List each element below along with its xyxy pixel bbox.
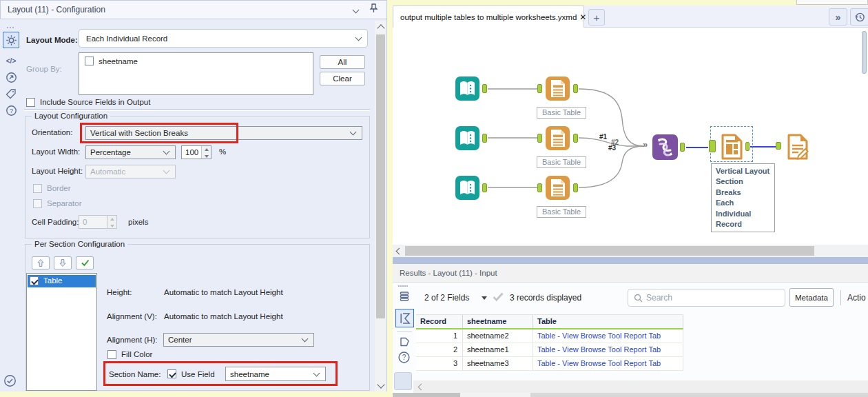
output-anchor[interactable] bbox=[482, 134, 487, 143]
help-icon[interactable]: ? bbox=[3, 102, 19, 119]
table-config-icon[interactable] bbox=[397, 289, 411, 303]
layout-mode-select[interactable]: Each Individual Record bbox=[79, 29, 368, 48]
column-header-sheetname[interactable]: sheetname bbox=[463, 315, 533, 328]
panel-splitter[interactable] bbox=[393, 257, 868, 264]
move-down-button[interactable] bbox=[54, 256, 72, 269]
collapse-chevron-icon[interactable] bbox=[353, 8, 358, 12]
input-data-tool-2[interactable] bbox=[455, 125, 480, 154]
output-anchor[interactable] bbox=[482, 84, 487, 93]
input-data-tool-3[interactable] bbox=[455, 175, 480, 203]
table-row[interactable]: 1 sheetname2 Table - View Browse Tool Re… bbox=[416, 329, 683, 343]
multi-input-icon: » bbox=[643, 139, 647, 150]
table-link[interactable]: Table - View Browse Tool Report Tab bbox=[533, 357, 683, 370]
all-button[interactable]: All bbox=[320, 55, 365, 69]
history-button[interactable] bbox=[850, 8, 868, 26]
canvas-hscroll-left[interactable] bbox=[393, 245, 404, 257]
grid-header-row[interactable]: Record sheetname Table bbox=[416, 314, 683, 329]
results-grid[interactable]: Record sheetname Table 1 sheetname2 Tabl… bbox=[416, 314, 683, 371]
clear-button[interactable]: Clear bbox=[320, 72, 365, 85]
basic-table-tool-2[interactable] bbox=[545, 125, 570, 154]
config-scroll-up[interactable] bbox=[375, 21, 386, 32]
apply-check-icon[interactable] bbox=[1, 372, 18, 389]
output-anchor[interactable] bbox=[573, 183, 578, 192]
new-tab-button[interactable]: + bbox=[588, 9, 605, 26]
column-header-record[interactable]: Record bbox=[416, 315, 463, 328]
section-item-checkbox[interactable] bbox=[30, 276, 39, 285]
layout-width-stepper[interactable]: 100 bbox=[181, 145, 211, 159]
column-header-table[interactable]: Table bbox=[533, 315, 683, 328]
fill-color-checkbox[interactable] bbox=[107, 350, 116, 359]
table-link[interactable]: Table - View Browse Tool Report Tab bbox=[533, 329, 683, 343]
layout-height-label: Layout Height: bbox=[32, 167, 83, 175]
pin-icon[interactable] bbox=[369, 3, 378, 16]
data-view-icon[interactable] bbox=[395, 309, 414, 327]
search-input[interactable] bbox=[646, 293, 785, 303]
canvas-vscroll-thumb[interactable] bbox=[862, 31, 867, 74]
table-row[interactable]: 3 sheetname3 Table - View Browse Tool Re… bbox=[416, 357, 683, 371]
include-source-checkbox[interactable] bbox=[26, 98, 35, 107]
group-by-item-checkbox[interactable] bbox=[85, 57, 94, 65]
move-up-button[interactable] bbox=[32, 256, 50, 269]
section-item-table[interactable]: Table bbox=[28, 275, 96, 287]
results-rail-grip-icon[interactable] bbox=[398, 285, 400, 287]
layout-width-select[interactable]: Percentage bbox=[85, 145, 176, 159]
tool-annotation[interactable]: Basic Table bbox=[537, 107, 586, 119]
search-icon bbox=[628, 294, 646, 303]
tag-icon[interactable] bbox=[3, 85, 19, 102]
per-section-title: Per Section Configuration bbox=[32, 240, 127, 248]
table-link[interactable]: Table - View Browse Tool Report Tab bbox=[533, 343, 683, 356]
results-hscroll[interactable] bbox=[413, 380, 868, 393]
input-anchor[interactable] bbox=[709, 140, 716, 152]
ps-align-h-select[interactable]: Center bbox=[163, 333, 314, 347]
records-summary: 3 records displayed bbox=[510, 293, 581, 303]
workflow-canvas[interactable]: Basic Table Basic Table Basic Table #1 #… bbox=[393, 28, 868, 245]
input-data-tool-1[interactable] bbox=[455, 76, 480, 104]
fill-color-label: Fill Color bbox=[121, 350, 152, 358]
ps-align-v-value: Automatic to match Layout Height bbox=[164, 312, 283, 320]
group-by-listbox[interactable]: sheetname bbox=[79, 52, 313, 95]
canvas-hscroll-thumb[interactable] bbox=[405, 246, 814, 256]
results-panel-header: Results - Layout (11) - Input bbox=[393, 264, 868, 283]
search-box[interactable] bbox=[628, 289, 785, 307]
basic-table-tool-3[interactable] bbox=[545, 175, 570, 203]
select-all-check-button[interactable] bbox=[76, 256, 94, 269]
metadata-button[interactable]: Metadata bbox=[789, 288, 834, 307]
layout-tool[interactable] bbox=[719, 133, 745, 163]
input-anchor[interactable] bbox=[537, 134, 542, 143]
output-anchor[interactable] bbox=[573, 134, 578, 143]
input-anchor[interactable] bbox=[776, 142, 781, 150]
output-anchor[interactable] bbox=[482, 183, 487, 192]
input-anchor[interactable] bbox=[537, 183, 542, 192]
union-tool[interactable] bbox=[652, 134, 679, 163]
rail-grip-icon[interactable] bbox=[7, 27, 8, 28]
tool-annotation[interactable]: Basic Table bbox=[537, 206, 586, 218]
basic-table-tool-1[interactable] bbox=[545, 76, 570, 104]
config-scroll-thumb[interactable] bbox=[376, 34, 385, 318]
layout-tool-annotation[interactable]: Vertical Layout Section Breaks Each Indi… bbox=[711, 163, 775, 232]
results-hscroll-left[interactable] bbox=[415, 380, 426, 393]
input-anchor[interactable] bbox=[537, 84, 542, 93]
gear-icon[interactable] bbox=[3, 32, 19, 48]
cell-padding-stepper: 0 bbox=[79, 215, 117, 229]
workflow-tab[interactable]: output multiple tables to multiple works… bbox=[393, 6, 584, 28]
render-tool[interactable] bbox=[785, 133, 810, 163]
run-arrow-icon[interactable] bbox=[3, 69, 19, 85]
ps-height-value: Automatic to match Layout Height bbox=[164, 288, 283, 296]
workflow-tab-title: output multiple tables to multiple works… bbox=[393, 13, 577, 21]
tool-annotation[interactable]: Basic Table bbox=[537, 156, 586, 168]
output-anchor[interactable] bbox=[745, 142, 750, 151]
table-row[interactable]: 2 sheetname1 Table - View Browse Tool Re… bbox=[416, 343, 683, 357]
fields-caret-icon[interactable] bbox=[482, 296, 487, 300]
fields-summary[interactable]: 2 of 2 Fields bbox=[424, 293, 469, 303]
output-anchor[interactable] bbox=[680, 143, 685, 152]
code-icon[interactable]: </> bbox=[3, 52, 19, 69]
svg-text:?: ? bbox=[9, 107, 12, 114]
results-help-icon[interactable]: ? bbox=[397, 350, 411, 365]
messages-icon[interactable] bbox=[397, 335, 411, 349]
config-scroll-down[interactable] bbox=[375, 380, 386, 391]
tab-overflow-button[interactable]: » bbox=[829, 8, 847, 26]
sections-listbox[interactable]: Table bbox=[26, 273, 97, 391]
layout-height-value: Automatic bbox=[86, 167, 164, 176]
actions-button[interactable]: Actio bbox=[847, 293, 866, 303]
output-anchor[interactable] bbox=[573, 84, 578, 93]
